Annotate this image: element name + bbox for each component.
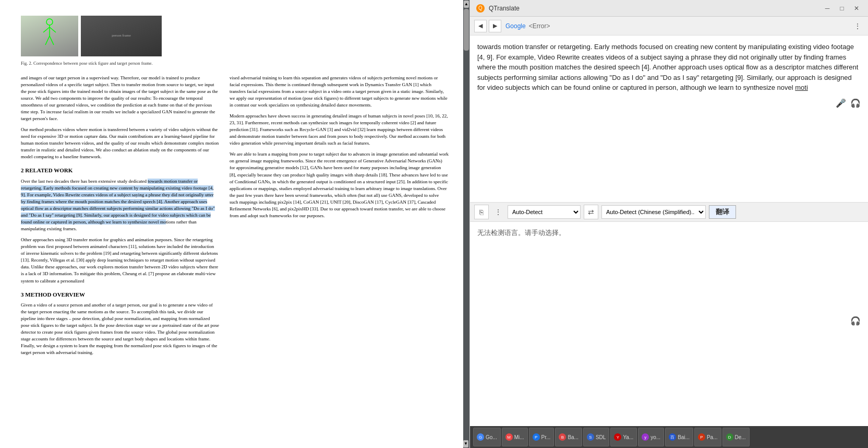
sdl-icon: S — [587, 433, 594, 441]
taskbar-sdl[interactable]: S SDL — [583, 428, 609, 446]
bai-icon: 百 — [669, 433, 676, 441]
result-controls-row: 🎧 — [477, 238, 861, 326]
body-para-2: Our method produces videos where motion … — [21, 126, 219, 160]
section2-text2: Other approaches using 3D transfer motio… — [21, 237, 219, 284]
svg-line-5 — [50, 36, 54, 45]
close-button[interactable]: ✕ — [851, 3, 862, 14]
pdf-page: person frame Fig. 2. Correspondence betw… — [0, 0, 469, 448]
translate-button[interactable]: 翻译 — [709, 205, 736, 219]
taskbar-pa-label: Pa... — [707, 434, 718, 440]
window-controls: ─ □ ✕ — [822, 3, 862, 14]
taskbar-bai-label: Bai... — [678, 434, 690, 440]
copy-icon: ⎘ — [479, 208, 484, 216]
scrollbar-thumb[interactable] — [464, 9, 469, 51]
headphone-result-icon[interactable]: 🎧 — [850, 316, 861, 326]
taskbar-go-label: Go... — [486, 434, 497, 440]
taskbar-de-label: De... — [735, 434, 746, 440]
taskbar-bai[interactable]: 百 Bai... — [665, 428, 693, 446]
qtranslate-toolbar: ◀ ▶ Google <Error> ⋮ — [470, 17, 868, 36]
headphone-source-icon[interactable]: 🎧 — [850, 97, 861, 110]
taskbar-ya[interactable]: Y Ya... — [610, 428, 637, 446]
pr-icon: P — [533, 433, 540, 441]
taskbar-pr[interactable]: P Pr... — [529, 428, 554, 446]
translation-controls-bar: ⎘ ⋮ Auto-Detect ⇄ Auto-Detect (Chinese (… — [470, 203, 868, 222]
ya-icon: Y — [614, 433, 621, 441]
figure-left — [21, 16, 78, 56]
result-text-content: 无法检测语言。请手动选择。 — [477, 229, 565, 237]
taskbar-google[interactable]: G Go... — [473, 428, 501, 446]
taskbar-ba[interactable]: B Ba... — [555, 428, 582, 446]
taskbar-ba-label: Ba... — [568, 434, 578, 440]
source-text-content: towards motion transfer or retargeting. … — [477, 43, 858, 91]
left-column: and images of our target person in a sup… — [21, 75, 219, 360]
taskbar-ya-label: Ya... — [623, 434, 633, 440]
highlighted-text: towards motion transfer or retargeting. … — [21, 179, 215, 225]
scroll-down-arrow[interactable]: ▼ — [463, 440, 468, 447]
qtranslate-titlebar: Q QTranslate ─ □ ✕ — [470, 0, 868, 17]
back-button[interactable]: ◀ — [474, 20, 487, 32]
moti-underline: moti — [795, 84, 808, 91]
taskbar-de[interactable]: D De... — [722, 428, 750, 446]
de-icon: D — [726, 433, 733, 441]
right-column: vised adversarial training to learn this… — [230, 75, 449, 360]
more-options-button[interactable]: ⋮ — [492, 206, 504, 218]
google-link[interactable]: Google — [505, 22, 526, 30]
google-icon: G — [477, 433, 484, 441]
swap-languages-button[interactable]: ⇄ — [584, 205, 598, 219]
forward-button[interactable]: ▶ — [489, 20, 501, 32]
ba-icon: B — [559, 433, 566, 441]
more-vert-icon: ⋮ — [495, 208, 502, 216]
copy-button[interactable]: ⎘ — [474, 205, 489, 219]
section3-heading: 3 METHOD OVERVIEW — [21, 291, 219, 299]
error-label: <Error> — [529, 22, 550, 30]
section3-text: Given a video of a source person and ano… — [21, 302, 219, 356]
target-language-select[interactable]: Auto-Detect (Chinese (Simplified)... — [601, 205, 706, 219]
body-para-1: and images of our target person in a sup… — [21, 75, 219, 122]
svg-line-3 — [50, 27, 56, 32]
swap-icon: ⇄ — [588, 208, 594, 216]
figure-caption: Fig. 2. Correspondence between pose stic… — [21, 61, 449, 67]
section2-text: Over the last two decades there has been… — [21, 178, 219, 232]
taskbar-yo-label: yo... — [650, 434, 660, 440]
yo-icon: y — [642, 433, 649, 441]
mic-icon[interactable]: 🎤 — [836, 97, 846, 110]
taskbar-sdl-label: SDL — [596, 434, 606, 440]
source-text-area: towards motion transfer or retargeting. … — [470, 36, 868, 203]
source-controls-row: 🎤 🎧 — [477, 93, 861, 110]
menu-button[interactable]: ⋮ — [851, 20, 864, 32]
source-language-select[interactable]: Auto-Detect — [508, 205, 581, 219]
two-column-layout: and images of our target person in a sup… — [21, 75, 449, 360]
figure-right: person frame — [81, 16, 162, 56]
taskbar-mi[interactable]: M Mi... — [502, 428, 528, 446]
right-col-text1: vised adversarial training to learn this… — [230, 75, 449, 109]
qtranslate-footer: G Go... M Mi... P Pr... B Ba... S SDL Y … — [470, 426, 868, 448]
figure-area: person frame — [21, 16, 449, 56]
svg-point-0 — [46, 19, 53, 25]
pdf-scrollbar[interactable]: ▲ ▼ — [463, 0, 469, 448]
taskbar-pa[interactable]: P Pa... — [694, 428, 721, 446]
pdf-viewer: person frame Fig. 2. Correspondence betw… — [0, 0, 469, 448]
svg-line-4 — [45, 36, 50, 45]
pdf-panel: person frame Fig. 2. Correspondence betw… — [0, 0, 469, 448]
taskbar-mi-label: Mi... — [514, 434, 524, 440]
right-col-text2: Modern approaches have shown success in … — [230, 113, 449, 147]
svg-line-2 — [43, 27, 50, 32]
minimize-button[interactable]: ─ — [822, 3, 833, 14]
taskbar-pr-label: Pr... — [541, 434, 551, 440]
qtranslate-title: QTranslate — [489, 5, 822, 12]
right-col-text3: We are able to learn a mapping from pose… — [230, 151, 449, 219]
result-text-area: 无法检测语言。请手动选择。 🎧 — [470, 222, 868, 426]
qtranslate-app-icon: Q — [476, 4, 485, 13]
mi-icon: M — [505, 433, 513, 441]
pa-icon: P — [698, 433, 705, 441]
qtranslate-panel: Q QTranslate ─ □ ✕ ◀ ▶ Google <Error> ⋮ … — [469, 0, 868, 448]
scroll-up-arrow[interactable]: ▲ — [464, 1, 469, 8]
taskbar-yo[interactable]: y yo... — [638, 428, 664, 446]
section2-heading: 2 RELATED WORK — [21, 167, 219, 174]
maximize-button[interactable]: □ — [837, 3, 847, 14]
